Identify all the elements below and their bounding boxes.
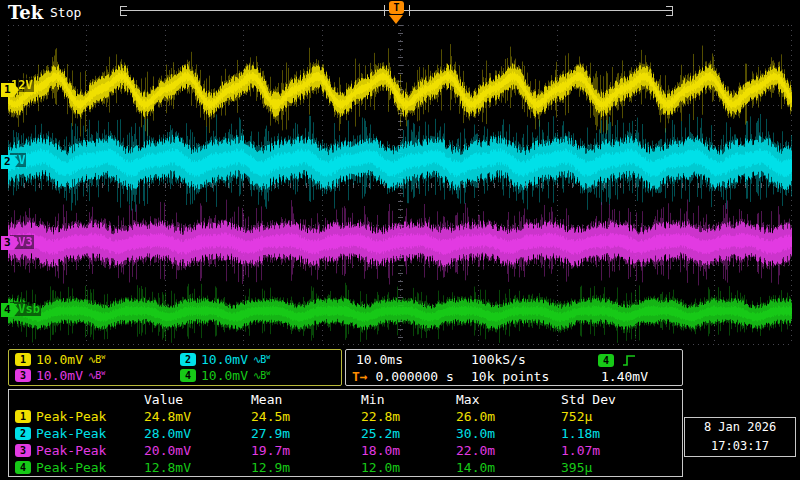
trigger-position-value: 0.000000 s [375, 369, 453, 384]
measurements-panel: Value Mean Min Max Std Dev 1 Peak-Peak 2… [8, 389, 683, 477]
measurement-ch4-min: 12.0m [361, 460, 456, 475]
measurement-ch1-stddev: 752µ [561, 409, 682, 424]
measurement-ch3-stddev: 1.07m [561, 443, 682, 458]
measurement-header-value: Value [144, 392, 251, 407]
measurement-header-mean: Mean [251, 392, 361, 407]
measurement-ch4-max: 14.0m [456, 460, 561, 475]
channel-settings-panel: 1 10.0mV ∿Bᵂ 2 10.0mV ∿Bᵂ 3 10.0mV ∿Bᵂ 4… [8, 349, 342, 386]
record-trigger-tick [409, 5, 410, 16]
channel-4-badge: 4 [180, 369, 196, 382]
record-right-bracket-icon [666, 6, 673, 16]
channel-1-badge: 1 [15, 353, 31, 366]
channel-3-scale: 10.0mV [36, 368, 83, 383]
timebase-trigger-panel: 10.0ms 100kS/s 4 T→ 0.000000 s 10k point… [345, 349, 683, 386]
channel-3-bandwidth-icon: ∿Bᵂ [88, 370, 105, 381]
channel-1-scale: 10.0mV [36, 352, 83, 367]
measurement-ch3-badge: 3 [15, 444, 31, 457]
time-label: 17:03:17 [685, 437, 795, 456]
measurement-ch2-value: 28.0mV [144, 426, 251, 441]
measurement-ch1-max: 26.0m [456, 409, 561, 424]
trigger-position-marker: T [389, 1, 404, 14]
record-length: 10k points [471, 369, 549, 384]
trigger-arrow-icon [389, 15, 403, 24]
measurement-header-stddev: Std Dev [561, 392, 682, 407]
measurement-ch3-max: 22.0m [456, 443, 561, 458]
record-trigger-tick [384, 5, 385, 16]
measurement-ch2-max: 30.0m [456, 426, 561, 441]
measurement-header-max: Max [456, 392, 561, 407]
measurements-header-row: Value Mean Min Max Std Dev [9, 391, 682, 408]
measurement-ch1-mean: 24.5m [251, 409, 361, 424]
measurement-ch4-badge: 4 [15, 461, 31, 474]
channel-4-scale: 10.0mV [201, 368, 248, 383]
measurement-ch1-badge: 1 [15, 410, 31, 423]
channel-3-readout: 3 10.0mV ∿Bᵂ [15, 368, 180, 385]
channel-4-readout: 4 10.0mV ∿Bᵂ [180, 368, 341, 385]
graticule: 12V 5V 3V3 5Vsb [8, 25, 792, 345]
channel-1-bandwidth-icon: ∿Bᵂ [88, 354, 105, 365]
channel-2-readout: 2 10.0mV ∿Bᵂ [180, 351, 341, 368]
measurement-row-ch3: 3 Peak-Peak 20.0mV 19.7m 18.0m 22.0m 1.0… [9, 442, 682, 459]
oscilloscope-screen: Tek Stop T 12V 5V 3V3 5Vsb 1 2 3 4 1 10.… [0, 0, 800, 480]
measurement-ch2-mean: 27.9m [251, 426, 361, 441]
datetime-panel: 8 Jan 2026 17:03:17 [684, 417, 796, 457]
measurement-row-ch4: 4 Peak-Peak 12.8mV 12.9m 12.0m 14.0m 395… [9, 459, 682, 476]
record-left-bracket-icon [120, 6, 127, 16]
acquisition-status: Stop [50, 5, 81, 20]
trigger-position-readout: T→ 0.000000 s [352, 369, 454, 384]
timebase-scale: 10.0ms [356, 352, 403, 367]
trigger-slope-icon [622, 354, 636, 367]
channel-4-bandwidth-icon: ∿Bᵂ [253, 370, 270, 381]
channel-3-badge: 3 [15, 369, 31, 382]
measurement-ch3-name: Peak-Peak [36, 443, 106, 458]
channel-2-scale: 10.0mV [201, 352, 248, 367]
channel-2-badge: 2 [180, 353, 196, 366]
measurement-ch4-stddev: 395µ [561, 460, 682, 475]
measurement-ch3-min: 18.0m [361, 443, 456, 458]
measurement-ch3-mean: 19.7m [251, 443, 361, 458]
measurement-ch1-name: Peak-Peak [36, 409, 106, 424]
trigger-level: 1.40mV [601, 369, 648, 384]
measurement-ch4-value: 12.8mV [144, 460, 251, 475]
sample-rate: 100kS/s [471, 352, 526, 367]
channel-1-readout: 1 10.0mV ∿Bᵂ [15, 351, 180, 368]
waveform-canvas [8, 25, 792, 345]
date-label: 8 Jan 2026 [685, 418, 795, 437]
measurement-ch1-min: 22.8m [361, 409, 456, 424]
measurement-ch2-stddev: 1.18m [561, 426, 682, 441]
measurement-ch4-name: Peak-Peak [36, 460, 106, 475]
trigger-source-badge: 4 [598, 354, 614, 367]
measurement-ch4-mean: 12.9m [251, 460, 361, 475]
measurement-ch2-min: 25.2m [361, 426, 456, 441]
channel-2-bandwidth-icon: ∿Bᵂ [253, 354, 270, 365]
measurement-ch2-badge: 2 [15, 427, 31, 440]
trigger-source-readout: 4 [598, 352, 636, 367]
measurement-header-min: Min [361, 392, 456, 407]
measurement-row-ch2: 2 Peak-Peak 28.0mV 27.9m 25.2m 30.0m 1.1… [9, 425, 682, 442]
measurement-ch3-value: 20.0mV [144, 443, 251, 458]
measurement-ch1-value: 24.8mV [144, 409, 251, 424]
tek-logo: Tek [8, 2, 43, 23]
trigger-position-icon: T→ [352, 369, 368, 384]
measurement-ch2-name: Peak-Peak [36, 426, 106, 441]
measurement-row-ch1: 1 Peak-Peak 24.8mV 24.5m 22.8m 26.0m 752… [9, 408, 682, 425]
